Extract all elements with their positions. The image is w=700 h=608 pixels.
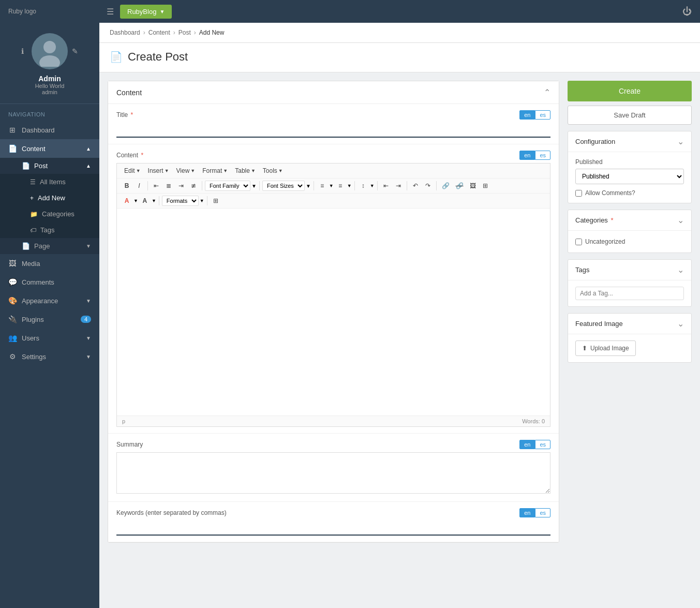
sidebar-item-all-items[interactable]: ☰ All Items [0, 174, 99, 190]
title-input[interactable] [116, 123, 550, 138]
chevron-down-appearance-icon: ▼ [86, 298, 91, 304]
menu-table-button[interactable]: Table ▼ [232, 166, 259, 176]
sidebar-item-post[interactable]: 📄 Post ▲ [0, 158, 99, 174]
font-family-select[interactable]: Font Family [205, 181, 250, 191]
align-center-button[interactable]: ≣ [163, 181, 174, 191]
sidebar-item-plugins[interactable]: 🔌 Plugins 4 [0, 310, 99, 329]
font-size-select[interactable]: Font Sizes [262, 181, 305, 191]
edit-icon[interactable]: ✎ [72, 47, 78, 55]
menu-format-button[interactable]: Format ▼ [199, 166, 231, 176]
tb-divider-8 [436, 181, 437, 190]
link-button[interactable]: 🔗 [439, 181, 452, 191]
power-icon[interactable]: ⏻ [682, 6, 692, 17]
menu-edit-button[interactable]: Edit ▼ [121, 166, 144, 176]
upload-image-button[interactable]: ⬆ Upload Image [575, 340, 636, 356]
content-lang-es[interactable]: es [535, 151, 550, 160]
sidebar-item-categories[interactable]: 📁 Categories [0, 206, 99, 222]
title-label-row: Title * en es [116, 110, 550, 120]
categories-collapse-button[interactable]: ⌄ [677, 215, 684, 225]
info-icon[interactable]: ℹ [21, 47, 24, 55]
featured-image-panel-body: ⬆ Upload Image [568, 334, 691, 362]
content-label-row: Content * en es [116, 151, 550, 160]
menu-tools-button[interactable]: Tools ▼ [260, 166, 286, 176]
tag-input[interactable] [575, 287, 684, 300]
sidebar-item-add-new[interactable]: + Add New [0, 190, 99, 206]
editor-toolbar-1: B I ⇤ ≣ ⇥ ≢ Font Family ▼ [117, 179, 550, 194]
align-left-button[interactable]: ⇤ [151, 181, 162, 191]
menu-insert-button[interactable]: Insert ▼ [145, 166, 172, 176]
configuration-collapse-button[interactable]: ⌄ [677, 137, 684, 146]
create-button[interactable]: Create [568, 81, 692, 101]
content-lang-en[interactable]: en [519, 151, 535, 160]
summary-lang-es[interactable]: es [535, 440, 550, 449]
avatar-container: ℹ ✎ [32, 33, 68, 69]
align-justify-button[interactable]: ≢ [188, 181, 199, 191]
avatar-svg [34, 36, 65, 67]
hamburger-icon[interactable]: ☰ [107, 7, 114, 17]
align-right-button[interactable]: ⇥ [175, 181, 187, 191]
breadcrumb-post[interactable]: Post [178, 29, 191, 36]
bold-button[interactable]: B [121, 181, 132, 191]
sidebar-item-tags[interactable]: 🏷 Tags [0, 222, 99, 238]
allow-comments-checkbox[interactable] [575, 190, 582, 197]
keywords-lang-tabs: en es [519, 508, 550, 517]
sidebar-item-content[interactable]: 📄 Content ▲ [0, 139, 99, 158]
editor-body[interactable] [117, 209, 550, 416]
categories-required: * [611, 216, 614, 224]
bg-color-button[interactable]: A [139, 196, 151, 206]
keywords-lang-es[interactable]: es [535, 508, 550, 517]
insert-media-button[interactable]: ⊞ [480, 181, 491, 191]
sidebar-item-users[interactable]: 👥 Users ▼ [0, 329, 99, 347]
title-group: Title * en es [108, 104, 559, 144]
menu-view-button[interactable]: View ▼ [173, 166, 199, 176]
text-color-button[interactable]: A [121, 196, 132, 206]
post-icon: 📄 [22, 162, 30, 170]
featured-image-collapse-button[interactable]: ⌄ [677, 319, 684, 329]
sidebar-item-appearance[interactable]: 🎨 Appearance ▼ [0, 291, 99, 310]
blog-dropdown-button[interactable]: RubyBlog ▼ [120, 5, 172, 19]
table-insert-button[interactable]: ⊞ [210, 196, 221, 206]
panel-collapse-button[interactable]: ⌃ [544, 87, 550, 97]
sidebar-item-settings[interactable]: ⚙ Settings ▼ [0, 347, 99, 366]
featured-image-panel: Featured Image ⌄ ⬆ Upload Image [568, 313, 692, 363]
breadcrumb-content[interactable]: Content [148, 29, 170, 36]
dashboard-icon: ⊞ [8, 126, 17, 134]
tb-divider-9 [159, 196, 159, 205]
caret-view: ▼ [190, 168, 195, 173]
sidebar-item-label: Plugins [22, 316, 44, 323]
indent-button[interactable]: ⇥ [393, 181, 404, 191]
caret-tools: ▼ [278, 168, 283, 173]
keywords-input[interactable] [116, 521, 550, 536]
title-lang-en[interactable]: en [519, 110, 535, 120]
keywords-lang-en[interactable]: en [519, 508, 535, 517]
insert-image-button[interactable]: 🖼 [467, 181, 479, 191]
editor-footer: p Words: 0 [117, 416, 550, 426]
summary-textarea[interactable] [116, 452, 550, 494]
sidebar-item-dashboard[interactable]: ⊞ Dashboard [0, 121, 99, 139]
ordered-list-button[interactable]: ≡ [335, 181, 346, 191]
redo-button[interactable]: ↷ [422, 181, 434, 191]
sidebar-item-media[interactable]: 🖼 Media [0, 254, 99, 273]
unlink-button[interactable]: 🔗 [453, 181, 466, 191]
unordered-list-button[interactable]: ≡ [317, 181, 328, 191]
sidebar-item-page[interactable]: 📄 Page ▼ [0, 238, 99, 254]
post-label: Post [34, 162, 48, 170]
list-icon: ☰ [30, 179, 36, 186]
featured-image-panel-header: Featured Image ⌄ [568, 314, 691, 334]
document-icon: 📄 [110, 51, 123, 63]
line-height-button[interactable]: ↕ [358, 181, 369, 191]
save-draft-button[interactable]: Save Draft [568, 106, 692, 125]
italic-button[interactable]: I [133, 181, 145, 191]
outdent-button[interactable]: ⇤ [380, 181, 392, 191]
undo-button[interactable]: ↶ [410, 181, 421, 191]
breadcrumb-dashboard[interactable]: Dashboard [110, 29, 140, 36]
published-select[interactable]: Published Draft Pending Review [575, 169, 684, 184]
summary-lang-en[interactable]: en [519, 440, 535, 449]
category-checkbox[interactable] [575, 239, 582, 245]
sidebar: ℹ ✎ Admin Hello World admin Navigation ⊞… [0, 23, 99, 608]
formats-select[interactable]: Formats [162, 196, 199, 206]
tags-collapse-button[interactable]: ⌄ [677, 265, 684, 275]
sidebar-item-comments[interactable]: 💬 Comments [0, 273, 99, 291]
tags-panel: Tags ⌄ [568, 259, 692, 307]
title-lang-es[interactable]: es [535, 110, 550, 120]
